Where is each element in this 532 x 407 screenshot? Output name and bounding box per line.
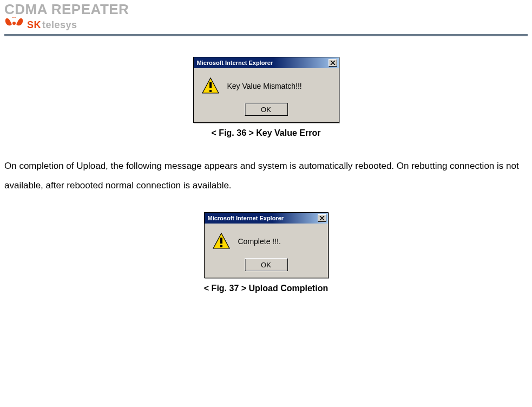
svg-rect-2 — [209, 82, 212, 88]
body-paragraph: On completion of Upload, the following m… — [4, 156, 528, 195]
figure-36: Microsoft Internet Explorer Key Value Mi… — [4, 57, 528, 138]
close-button[interactable] — [318, 214, 326, 222]
ok-button[interactable]: OK — [245, 258, 288, 271]
document-body: Microsoft Internet Explorer Key Value Mi… — [0, 41, 532, 293]
brand-sk: SK — [27, 19, 41, 30]
dialog-titlebar: Microsoft Internet Explorer — [205, 213, 328, 224]
dialog-message: Complete !!!. — [238, 237, 281, 246]
page-title: CDMA REPEATER — [4, 1, 528, 18]
close-button[interactable] — [329, 59, 337, 67]
brand-logo-row: SKtelesys — [4, 17, 528, 32]
ie-alert-dialog: Microsoft Internet Explorer Complete !!!… — [204, 212, 329, 278]
close-icon — [330, 61, 336, 65]
svg-point-0 — [12, 22, 16, 25]
svg-rect-3 — [209, 90, 212, 92]
dialog-button-row: OK — [194, 100, 339, 122]
close-icon — [319, 216, 325, 220]
svg-rect-5 — [220, 238, 222, 244]
butterfly-icon — [4, 17, 24, 32]
svg-rect-6 — [220, 245, 222, 247]
dialog-titlebar: Microsoft Internet Explorer — [194, 57, 339, 68]
figure-caption: < Fig. 36 > Key Value Error — [212, 128, 321, 138]
brand-suffix: telesys — [42, 19, 77, 30]
dialog-body: Complete !!!. — [205, 224, 328, 255]
warning-icon — [201, 77, 220, 95]
figure-37: Microsoft Internet Explorer Complete !!!… — [4, 212, 528, 293]
dialog-button-row: OK — [205, 255, 328, 278]
header-divider — [4, 34, 528, 36]
dialog-body: Key Value Mismatch!!! — [194, 68, 339, 100]
document-header: CDMA REPEATER SKtelesys — [0, 1, 532, 41]
figure-caption: < Fig. 37 > Upload Completion — [204, 284, 328, 293]
dialog-message: Key Value Mismatch!!! — [227, 82, 302, 90]
warning-icon — [212, 232, 231, 251]
brand-text: SKtelesys — [27, 19, 77, 32]
ok-button[interactable]: OK — [245, 103, 288, 116]
dialog-title: Microsoft Internet Explorer — [208, 215, 284, 221]
ie-alert-dialog: Microsoft Internet Explorer Key Value Mi… — [193, 57, 339, 123]
dialog-title: Microsoft Internet Explorer — [197, 60, 273, 66]
